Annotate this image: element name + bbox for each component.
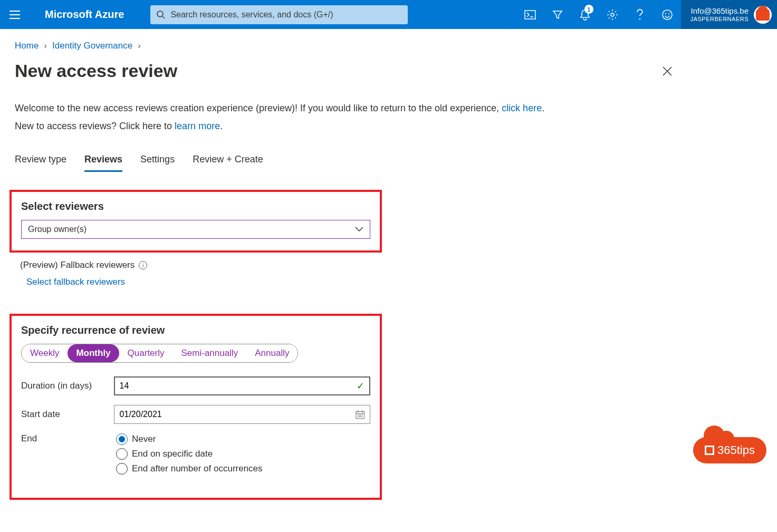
global-search[interactable]	[150, 5, 408, 24]
old-experience-link[interactable]: click here	[502, 103, 542, 113]
cloud-shell-icon	[524, 10, 536, 20]
gear-icon	[607, 9, 618, 21]
pill-weekly[interactable]: Weekly	[22, 344, 68, 362]
reviewers-dropdown[interactable]: Group owner(s)	[21, 220, 370, 239]
chevron-right-icon: ›	[138, 41, 141, 51]
help-icon	[636, 9, 644, 21]
welcome-text: Welcome to the new access reviews creati…	[15, 99, 762, 135]
welcome-line2-a: New to access reviews? Click here to	[15, 121, 175, 131]
fallback-reviewers-label: (Preview) Fallback reviewers	[20, 260, 135, 270]
info-icon[interactable]: i	[139, 261, 147, 269]
start-date-input[interactable]	[120, 410, 356, 419]
end-radio-group: Never End on specific date End after num…	[116, 433, 263, 475]
start-date-input-wrapper[interactable]	[114, 405, 370, 424]
check-icon: ✓	[357, 380, 364, 392]
calendar-icon[interactable]	[356, 410, 364, 419]
notifications-button[interactable]: 1	[571, 0, 599, 29]
notification-badge: 1	[584, 5, 593, 14]
brand-label[interactable]: Microsoft Azure	[45, 8, 124, 21]
breadcrumb-identity-governance[interactable]: Identity Governance	[52, 41, 132, 51]
svg-point-5	[663, 10, 672, 20]
select-reviewers-label: Select reviewers	[21, 200, 370, 212]
tab-reviews[interactable]: Reviews	[84, 151, 122, 172]
search-icon	[157, 11, 165, 19]
radio-never[interactable]: Never	[116, 433, 263, 445]
svg-line-1	[162, 16, 165, 18]
smiley-icon	[661, 9, 673, 21]
page-title: New access review	[15, 61, 177, 81]
filter-icon	[552, 9, 563, 20]
tab-settings[interactable]: Settings	[140, 151, 175, 172]
pill-annually[interactable]: Annually	[246, 344, 298, 362]
help-button[interactable]	[626, 0, 654, 29]
select-fallback-reviewers-link[interactable]: Select fallback reviewers	[26, 277, 125, 287]
radio-end-occurrences-label: End after number of occurrences	[132, 463, 263, 474]
recurrence-label: Specify recurrence of review	[21, 324, 370, 336]
end-label: End	[21, 433, 116, 444]
account-text: Info@365tips.be JASPERBERNAERS	[690, 6, 749, 23]
radio-never-label: Never	[132, 434, 156, 444]
welcome-line1-a: Welcome to the new access reviews creati…	[15, 103, 502, 113]
pill-semi-annually[interactable]: Semi-annually	[173, 344, 247, 362]
chevron-down-icon	[355, 227, 363, 232]
top-icons-group: 1 Info@365tips.be JASPERBERNAERS	[516, 0, 777, 29]
tips-badge[interactable]: 365tips	[693, 437, 766, 463]
duration-input-wrapper[interactable]: ✓	[114, 376, 370, 395]
recurrence-highlight: Specify recurrence of review Weekly Mont…	[9, 314, 382, 500]
tips-badge-text: 365tips	[717, 443, 755, 457]
duration-input[interactable]	[120, 381, 357, 391]
menu-toggle-button[interactable]	[0, 0, 29, 29]
svg-point-7	[668, 13, 669, 14]
radio-end-specific-date[interactable]: End on specific date	[116, 448, 263, 460]
radio-end-specific-date-label: End on specific date	[132, 449, 213, 459]
pill-monthly[interactable]: Monthly	[68, 344, 119, 362]
office-icon	[705, 446, 714, 455]
tab-bar: Review type Reviews Settings Review + Cr…	[15, 151, 762, 172]
close-button[interactable]	[662, 66, 673, 79]
hamburger-icon	[9, 11, 20, 19]
start-date-label: Start date	[21, 409, 114, 420]
directory-filter-button[interactable]	[544, 0, 571, 29]
chevron-right-icon: ›	[44, 41, 47, 51]
svg-point-6	[665, 13, 666, 14]
pill-quarterly[interactable]: Quarterly	[119, 344, 173, 362]
breadcrumb: Home › Identity Governance ›	[15, 41, 762, 51]
svg-point-4	[639, 18, 640, 20]
tab-review-type[interactable]: Review type	[15, 151, 66, 172]
learn-more-link[interactable]: learn more	[175, 121, 220, 131]
svg-rect-2	[525, 11, 535, 19]
account-button[interactable]: Info@365tips.be JASPERBERNAERS	[681, 0, 777, 29]
radio-icon	[116, 448, 128, 460]
radio-icon	[116, 433, 128, 445]
welcome-line1-b: .	[542, 103, 544, 113]
search-input[interactable]	[170, 10, 401, 20]
account-email: Info@365tips.be	[690, 6, 749, 16]
feedback-button[interactable]	[654, 0, 681, 29]
radio-end-occurrences[interactable]: End after number of occurrences	[116, 463, 263, 475]
close-icon	[662, 66, 673, 76]
select-reviewers-highlight: Select reviewers Group owner(s)	[9, 190, 382, 253]
tab-review-create[interactable]: Review + Create	[193, 151, 263, 172]
svg-point-3	[611, 13, 614, 16]
page-body: Home › Identity Governance › New access …	[0, 29, 777, 511]
cloud-shell-button[interactable]	[516, 0, 544, 29]
top-bar: Microsoft Azure 1 Info@365tips.be JASPER…	[0, 0, 777, 29]
duration-label: Duration (in days)	[21, 381, 114, 391]
account-directory: JASPERBERNAERS	[690, 16, 749, 23]
settings-button[interactable]	[599, 0, 626, 29]
welcome-line2-b: .	[220, 121, 223, 131]
radio-icon	[116, 463, 128, 475]
svg-point-0	[157, 11, 163, 17]
avatar	[754, 6, 772, 24]
reviewers-dropdown-value: Group owner(s)	[28, 225, 87, 234]
fallback-reviewers-label-row: (Preview) Fallback reviewers i	[20, 260, 762, 270]
recurrence-pills: Weekly Monthly Quarterly Semi-annually A…	[21, 344, 298, 363]
breadcrumb-home[interactable]: Home	[15, 41, 39, 51]
